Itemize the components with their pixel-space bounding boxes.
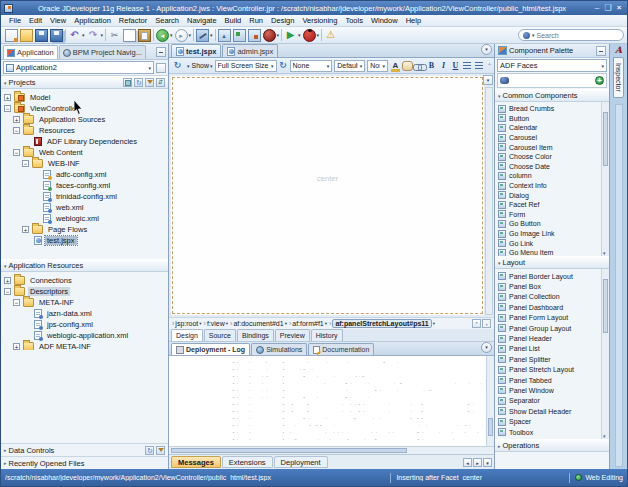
log-tab[interactable]: Documentation [308, 343, 374, 355]
palette-item[interactable]: Panel Tabbed [498, 375, 600, 385]
view-tab[interactable]: Design [171, 329, 203, 341]
palette-section-header[interactable]: Common Components [495, 89, 609, 102]
canvas-vertical-scrollbar[interactable] [485, 87, 493, 315]
breadcrumb-next-button[interactable] [482, 319, 491, 328]
palette-item[interactable]: Go Link [498, 238, 600, 248]
scroll-right-button[interactable] [473, 458, 482, 467]
toolbar-button[interactable] [86, 28, 105, 43]
palette-item[interactable]: Go Image Link [498, 229, 600, 239]
tree-item[interactable]: Model [4, 92, 168, 103]
expand-toggle-icon[interactable] [4, 277, 11, 284]
navigator-tab[interactable]: BPM Project Navig... [59, 45, 146, 59]
breadcrumb-item[interactable]: f:view [204, 320, 229, 327]
chevron-down-icon[interactable] [226, 321, 228, 326]
menu-item[interactable]: Build [221, 16, 246, 25]
expand-icon[interactable] [498, 443, 501, 449]
tree-item[interactable]: web.xml [4, 202, 168, 213]
format-button[interactable] [426, 60, 437, 72]
dropdown-arrow-icon[interactable] [170, 32, 173, 38]
format-button[interactable] [462, 60, 473, 72]
tree-item[interactable]: faces-config.xml [4, 180, 168, 191]
palette-item[interactable]: Bread Crumbs [498, 104, 600, 114]
toolbar-button[interactable] [155, 28, 174, 43]
log-tab[interactable]: Simulations [251, 343, 307, 355]
palette-section-header[interactable]: Layout [495, 256, 609, 269]
refresh-icon[interactable] [145, 446, 154, 455]
palette-search-row[interactable] [497, 73, 607, 88]
view-tab[interactable]: History [311, 329, 343, 341]
tree-item[interactable]: Connections [4, 275, 168, 286]
strip-scrollbar[interactable] [615, 104, 623, 467]
add-component-icon[interactable] [595, 76, 604, 85]
dropdown-arrow-icon[interactable] [298, 32, 301, 38]
palette-item[interactable]: Panel Stretch Layout [498, 365, 600, 375]
expand-toggle-icon[interactable] [13, 116, 20, 123]
tab-list-button[interactable] [481, 44, 492, 55]
inspector-docked-tab[interactable]: Inspector [613, 57, 624, 98]
tree-item[interactable]: META-INF [4, 297, 168, 308]
log-bottom-tab[interactable]: Messages [171, 456, 221, 468]
expand-toggle-icon[interactable] [4, 288, 11, 295]
font-style-select[interactable]: Default [334, 60, 365, 72]
toolbar-button[interactable] [323, 28, 338, 43]
log-bottom-tab[interactable]: Deployment [274, 456, 328, 468]
menu-item[interactable]: Help [402, 16, 425, 25]
menu-item[interactable]: Tools [341, 16, 367, 25]
palette-item[interactable]: Panel Border Layout [498, 271, 600, 281]
filter-icon[interactable] [156, 446, 165, 455]
breadcrumb-item[interactable]: af:form#f1 [289, 320, 327, 327]
menu-item[interactable]: Search [151, 16, 183, 25]
palette-item[interactable]: Panel Window [498, 385, 600, 395]
project-properties-icon[interactable] [123, 78, 132, 87]
format-button[interactable] [390, 60, 401, 72]
recently-opened-files-section[interactable]: Recently Opened Files [1, 456, 168, 469]
close-window-button[interactable] [614, 3, 624, 13]
restore-window-button[interactable] [603, 3, 613, 13]
refresh-page-icon[interactable] [171, 59, 184, 72]
style-class-select[interactable]: None [290, 60, 333, 72]
palette-item[interactable]: Calendar [498, 123, 600, 133]
palette-scrollbar[interactable] [601, 102, 609, 256]
toolbar-button[interactable] [195, 28, 214, 43]
minimize-palette-button[interactable] [596, 46, 606, 56]
tree-item[interactable]: ADF META-INF [4, 341, 168, 350]
minimize-log-button[interactable] [481, 342, 492, 353]
expand-toggle-icon[interactable] [22, 160, 29, 167]
chevron-down-icon[interactable] [325, 321, 327, 326]
tree-item[interactable]: jazn-data.xml [4, 308, 168, 319]
dropdown-arrow-icon[interactable] [187, 63, 190, 69]
expand-toggle-icon[interactable] [13, 299, 20, 306]
dropdown-arrow-icon[interactable] [210, 32, 213, 38]
menu-item[interactable]: View [46, 16, 70, 25]
toolbar-button[interactable] [247, 28, 262, 43]
palette-item[interactable]: Panel Group Layout [498, 323, 600, 333]
refresh-icon[interactable] [134, 78, 143, 87]
navigator-tab[interactable]: Application [3, 45, 58, 59]
search-options-icon[interactable] [532, 32, 535, 38]
menu-item[interactable]: Versioning [298, 16, 341, 25]
menu-item[interactable]: Navigate [183, 16, 221, 25]
palette-item[interactable]: Separator [498, 396, 600, 406]
toolbar-button[interactable] [262, 28, 281, 43]
menu-item[interactable]: Refactor [115, 16, 151, 25]
palette-item[interactable]: Panel Collection [498, 292, 600, 302]
tree-item[interactable]: trinidad-config.xml [4, 191, 168, 202]
page-design-canvas[interactable]: center [171, 76, 484, 315]
palette-item[interactable]: Dialog [498, 190, 600, 200]
palette-item[interactable]: Button [498, 114, 600, 124]
canvas-menu-button[interactable] [483, 75, 493, 85]
toolbar-button[interactable] [302, 28, 321, 43]
palette-item[interactable]: Panel Header [498, 333, 600, 343]
application-resources-header[interactable]: Application Resources [1, 259, 168, 272]
breadcrumb-item[interactable]: af:panelStretchLayout#ps11 [329, 319, 435, 328]
tree-item[interactable]: weblogic.xml [4, 213, 168, 224]
minimize-navigator-button[interactable] [156, 47, 166, 57]
screen-size-select[interactable]: Full Screen Size [215, 60, 277, 72]
palette-item[interactable]: Toolbox [498, 427, 600, 437]
view-tab[interactable]: Bindings [237, 329, 274, 341]
palette-item[interactable]: Go Menu Item [498, 248, 600, 256]
dropdown-arrow-icon[interactable] [277, 32, 280, 38]
tree-item[interactable]: Resources [4, 125, 168, 136]
palette-item[interactable]: Context Info [498, 181, 600, 191]
collapse-icon[interactable] [4, 263, 7, 269]
